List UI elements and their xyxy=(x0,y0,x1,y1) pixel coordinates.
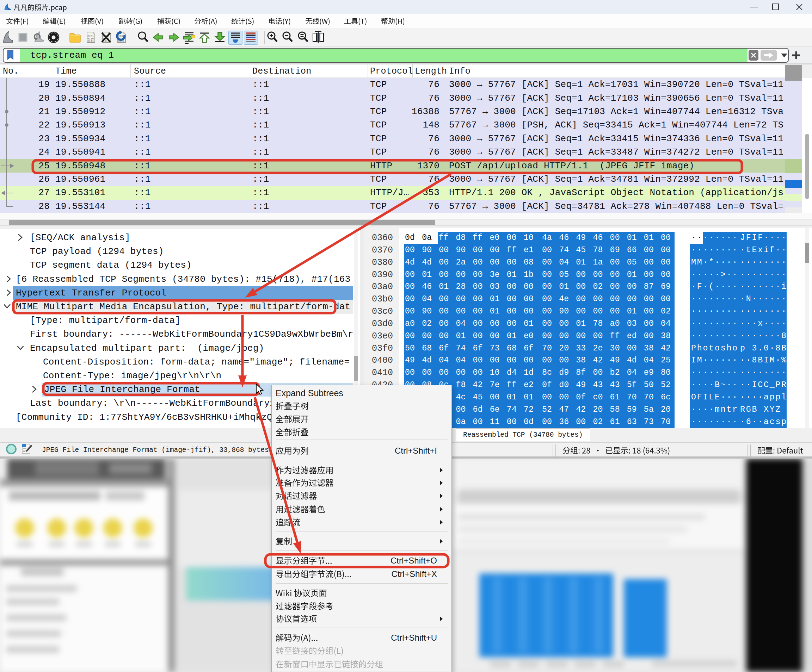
svg-text:0111: 0111 xyxy=(87,40,94,43)
